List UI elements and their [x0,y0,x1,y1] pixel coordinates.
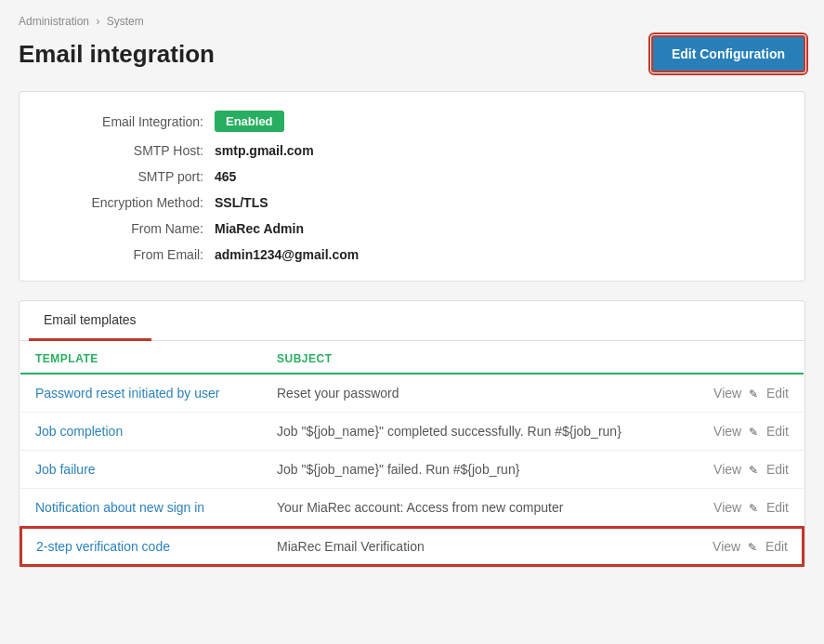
table-row: Job failureJob "${job_name}" failed. Run… [20,451,804,489]
info-card: Email Integration: Enabled SMTP Host: sm… [19,91,805,282]
templates-table: TEMPLATE SUBJECT Password reset initiate… [20,341,804,567]
subject-cell: Job "${job_name}" completed successfully… [262,413,692,451]
from-name-label: From Name: [47,221,215,236]
view-link[interactable]: View [713,424,741,439]
edit-icon: ✎ [745,464,761,477]
email-integration-value: Enabled [215,111,777,132]
template-name-cell: 2-step verification code [20,527,262,566]
from-email-value: admin1234@gmail.com [215,247,777,262]
subject-cell: MiaRec Email Verification [262,527,692,566]
action-cell: View ✎ Edit [692,374,804,413]
template-name-cell: Password reset initiated by user [20,374,262,413]
table-row: Password reset initiated by userReset yo… [20,374,804,413]
from-name-value: MiaRec Admin [215,221,777,236]
smtp-port-label: SMTP port: [47,169,215,184]
table-row: Notification about new sign inYour MiaRe… [20,489,804,528]
template-name-cell: Notification about new sign in [20,489,262,528]
encryption-method-label: Encryption Method: [47,195,215,210]
edit-configuration-button[interactable]: Edit Configuration [651,35,805,72]
view-link[interactable]: View [713,386,741,401]
action-cell: View ✎ Edit [692,527,804,566]
col-template: TEMPLATE [20,341,262,374]
page-title: Email integration [19,40,215,69]
tabs-section: Email templates TEMPLATE SUBJECT Passwor… [19,300,805,568]
subject-cell: Job "${job_name}" failed. Run #${job_run… [262,451,692,489]
action-cell: View ✎ Edit [692,489,804,528]
subject-cell: Your MiaRec account: Access from new com… [262,489,692,528]
edit-link[interactable]: Edit [766,424,789,439]
info-table: Email Integration: Enabled SMTP Host: sm… [47,111,777,262]
tab-bar: Email templates [20,301,804,341]
from-email-label: From Email: [47,247,215,262]
action-cell: View ✎ Edit [692,451,804,489]
template-name-cell: Job failure [20,451,262,489]
breadcrumb: Administration › System [19,15,805,28]
template-link[interactable]: Password reset initiated by user [35,386,219,401]
edit-icon: ✎ [745,388,761,401]
template-link[interactable]: Job completion [35,424,123,439]
edit-link[interactable]: Edit [766,386,789,401]
table-row: 2-step verification codeMiaRec Email Ver… [20,527,804,566]
template-link[interactable]: 2-step verification code [36,539,170,554]
edit-link[interactable]: Edit [766,462,789,477]
smtp-host-value: smtp.gmail.com [215,143,777,158]
edit-icon: ✎ [745,426,761,439]
template-name-cell: Job completion [20,413,262,451]
col-actions [692,341,804,374]
action-cell: View ✎ Edit [692,413,804,451]
subject-cell: Reset your password [262,374,692,413]
view-link[interactable]: View [713,462,741,477]
email-integration-label: Email Integration: [47,114,215,129]
table-row: Job completionJob "${job_name}" complete… [20,413,804,451]
smtp-host-label: SMTP Host: [47,143,215,158]
col-subject: SUBJECT [262,341,692,374]
template-link[interactable]: Job failure [35,462,96,477]
edit-link[interactable]: Edit [765,539,788,554]
edit-icon: ✎ [745,502,761,515]
smtp-port-value: 465 [215,169,777,184]
template-link[interactable]: Notification about new sign in [35,500,204,515]
view-link[interactable]: View [713,500,741,515]
view-link[interactable]: View [713,539,740,554]
edit-icon: ✎ [744,541,760,554]
encryption-method-value: SSL/TLS [215,195,777,210]
edit-link[interactable]: Edit [766,500,789,515]
enabled-badge: Enabled [215,111,284,132]
tab-email-templates[interactable]: Email templates [29,301,151,341]
